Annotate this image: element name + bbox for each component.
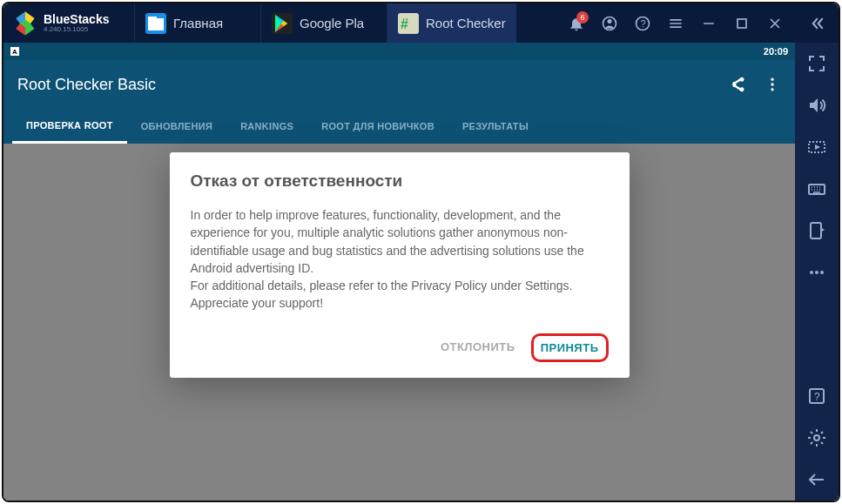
tab-root-checker[interactable]: # Root Checker [387,3,516,43]
dialog-title: Отказ от ответственности [191,171,609,191]
install-apk-icon[interactable] [806,220,827,241]
maximize-button[interactable] [733,15,751,32]
share-icon[interactable] [729,76,746,93]
collapse-sidebar-button[interactable] [808,15,825,32]
fullscreen-icon[interactable] [806,53,827,74]
dialog-para2: For additional details, please refer to … [191,279,573,292]
tab-home[interactable]: Главная [134,3,260,43]
notifications-button[interactable]: 6 [568,15,585,32]
tab-label: Root Checker [426,16,506,30]
bluestacks-logo-icon [12,10,38,37]
volume-icon[interactable] [806,95,827,116]
svg-point-2 [608,19,612,24]
branding: BlueStacks 4.240.15.1005 [3,10,134,37]
tab-results[interactable]: РЕЗУЛЬТАТЫ [448,109,542,144]
android-status-bar: A 20:09 [3,43,795,60]
svg-point-8 [771,88,773,91]
accept-button[interactable]: ПРИНЯТЬ [531,333,609,362]
main-area: A 20:09 Root Checker Basic ПРОВЕРКА ROOT… [3,43,839,501]
dialog-para1: In order to help improve features, funct… [191,208,584,275]
window-controls: 6 ? [555,15,839,32]
window-frame: BlueStacks 4.240.15.1005 Главная Google … [2,2,840,502]
svg-point-17 [814,435,819,440]
root-checker-icon: # [398,13,419,34]
account-button[interactable] [601,15,618,32]
svg-text:?: ? [814,391,820,403]
right-sidebar: ? [795,43,839,501]
svg-text:?: ? [641,18,646,29]
disclaimer-dialog: Отказ от ответственности In order to hel… [170,152,630,378]
status-clock: 20:09 [764,46,788,57]
decline-button[interactable]: ОТКЛОНИТЬ [432,333,524,362]
app-body: Отказ от ответственности In order to hel… [3,144,795,501]
help-button[interactable]: ? [634,15,651,32]
settings-icon[interactable] [806,427,827,448]
emulator-viewport: A 20:09 Root Checker Basic ПРОВЕРКА ROOT… [3,43,795,501]
app-title: Root Checker Basic [17,76,156,94]
svg-point-6 [771,78,773,81]
window-tabs: Главная Google Pla # Root Checker [134,3,516,43]
close-button[interactable] [766,15,784,32]
titlebar: BlueStacks 4.240.15.1005 Главная Google … [3,3,839,43]
brand-version: 4.240.15.1005 [44,25,109,33]
svg-rect-5 [738,19,746,28]
home-icon [145,13,166,34]
app-nav-tabs: ПРОВЕРКА ROOT ОБНОВЛЕНИЯ RANKINGS ROOT Д… [3,109,795,144]
svg-point-13 [815,271,818,274]
app-action-bar: Root Checker Basic [3,60,795,109]
dialog-body: In order to help improve features, funct… [191,206,609,312]
tab-label: Главная [173,16,223,30]
play-store-icon [272,13,293,34]
macro-icon[interactable] [806,137,827,158]
svg-rect-11 [811,223,821,239]
menu-button[interactable] [667,15,684,32]
dialog-actions: ОТКЛОНИТЬ ПРИНЯТЬ [191,326,609,369]
tab-google-play[interactable]: Google Pla [260,3,387,43]
svg-text:#: # [401,17,408,31]
back-icon[interactable] [806,469,827,490]
tab-updates[interactable]: ОБНОВЛЕНИЯ [127,109,226,144]
dialog-para3: Appreciate your support! [191,294,609,312]
tab-root-basics[interactable]: ROOT ДЛЯ НОВИЧКОВ [307,109,448,144]
brand-name: BlueStacks [44,13,109,25]
modal-overlay: Отказ от ответственности In order to hel… [3,144,795,501]
tab-rankings[interactable]: RANKINGS [226,109,307,144]
tab-label: Google Pla [300,16,364,30]
svg-point-12 [810,271,813,274]
keyboard-icon[interactable] [806,178,827,199]
svg-point-7 [771,83,773,85]
notification-badge: 6 [576,11,589,24]
help-sidebar-icon[interactable]: ? [806,386,827,407]
minimize-button[interactable] [700,15,717,32]
svg-point-14 [820,271,824,274]
tab-verify-root[interactable]: ПРОВЕРКА ROOT [12,109,127,144]
status-indicator: A [10,47,19,56]
app-actions [729,76,781,93]
more-icon[interactable] [764,76,781,93]
more-tools-icon[interactable] [806,262,827,283]
